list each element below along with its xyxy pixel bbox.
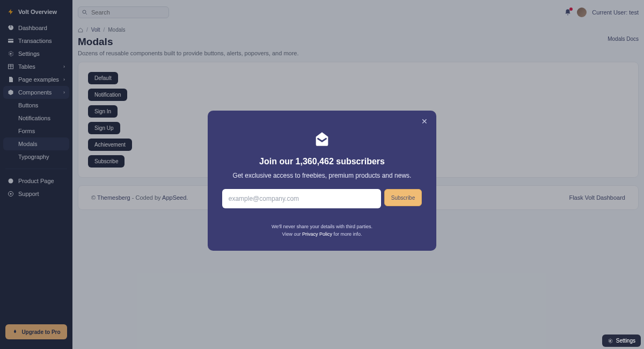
privacy-policy-link[interactable]: Privacy Policy xyxy=(302,231,332,237)
close-icon: ✕ xyxy=(421,117,428,126)
envelope-icon xyxy=(221,130,423,148)
modal-subtitle: Get exclusive access to freebies, premiu… xyxy=(221,172,423,179)
subscribe-button[interactable]: Subscribe xyxy=(384,189,422,206)
email-input[interactable] xyxy=(222,189,381,208)
svg-point-11 xyxy=(610,340,611,341)
settings-fab[interactable]: Settings xyxy=(602,335,641,347)
close-button[interactable]: ✕ xyxy=(419,116,430,127)
modal-fineprint: We'll never share your details with thir… xyxy=(221,223,423,238)
settings-fab-label: Settings xyxy=(616,338,635,344)
modal-title: Join our 1,360,462 subscribers xyxy=(221,157,423,166)
subscribe-modal: ✕ Join our 1,360,462 subscribers Get exc… xyxy=(208,111,436,251)
gear-icon xyxy=(608,338,613,344)
